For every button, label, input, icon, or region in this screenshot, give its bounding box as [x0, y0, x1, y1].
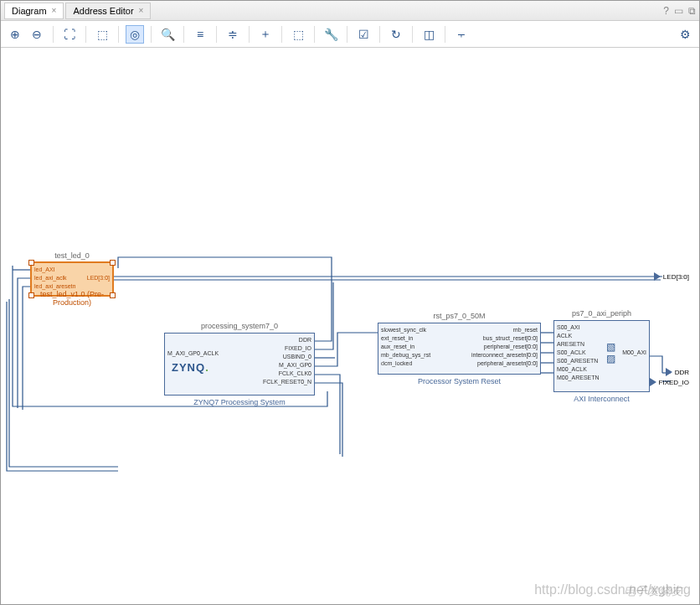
port: USBIND_0 — [260, 353, 314, 361]
restore-icon[interactable]: ⧉ — [688, 5, 696, 17]
group-icon[interactable]: ⬚ — [289, 25, 307, 44]
block-footer: Processor System Reset — [378, 377, 540, 385]
port: S00_ARESETN — [554, 357, 602, 365]
axi-graphic-icon: ▧▨ — [606, 341, 615, 365]
refresh-icon[interactable]: ↻ — [387, 25, 405, 44]
block-rst[interactable]: rst_ps7_0_50M slowest_sync_clk ext_reset… — [378, 323, 541, 375]
port: M_AXI_GP0 — [260, 361, 314, 370]
port-label: DDR — [675, 369, 689, 376]
block-axi[interactable]: ps7_0_axi_periph S00_AXI ACLK ARESETN S0… — [553, 320, 650, 392]
separator — [314, 26, 315, 43]
zoom-out-icon[interactable]: ⊖ — [28, 25, 46, 44]
port-label: LED[3:0] — [663, 273, 689, 281]
block-title: test_led_0 — [32, 251, 112, 260]
separator — [347, 26, 347, 43]
separator — [281, 26, 282, 43]
maximize-icon[interactable]: ▭ — [674, 5, 683, 17]
tab-diagram[interactable]: Diagram × — [4, 3, 64, 19]
port: slowest_sync_clk — [378, 326, 433, 334]
block-title: ps7_0_axi_periph — [554, 309, 649, 318]
separator — [412, 26, 413, 43]
port: ARESETN — [554, 340, 602, 349]
separator — [445, 26, 445, 43]
selection-handle[interactable] — [28, 292, 34, 298]
port: LED[3:0] — [85, 274, 112, 282]
port: bus_struct_reset[0:0] — [469, 334, 540, 343]
block-footer: ZYNQ7 Processing System — [165, 398, 314, 406]
tab-label: Diagram — [12, 6, 47, 16]
separator — [183, 26, 184, 43]
auto-fit-icon[interactable]: ◎ — [126, 25, 144, 44]
selection-handle[interactable] — [110, 260, 116, 266]
port: S00_ACLK — [554, 349, 602, 357]
ext-port-led[interactable]: LED[3:0] — [654, 272, 689, 281]
collapse-icon[interactable]: ≡ — [191, 25, 209, 44]
port: FIXED_IO — [260, 344, 314, 353]
separator — [379, 26, 380, 43]
port-icon — [654, 272, 661, 281]
port: peripheral_aresetn[0:0] — [469, 359, 540, 368]
block-title: rst_ps7_0_50M — [378, 312, 540, 320]
close-icon[interactable]: × — [52, 6, 57, 15]
separator — [151, 26, 152, 43]
zynq-logo: ZYNQ. — [172, 361, 221, 374]
tab-address-editor[interactable]: Address Editor × — [65, 3, 151, 19]
customize-icon[interactable]: 🔧 — [322, 25, 340, 44]
select-area-icon[interactable]: ⬚ — [93, 25, 111, 44]
selection-handle[interactable] — [28, 260, 34, 266]
port: FCLK_RESET0_N — [260, 378, 314, 386]
watermark-url: http://blog.csdn.net/xgbing — [534, 582, 691, 597]
ports: S00_AXI ACLK ARESETN S00_ACLK S00_ARESET… — [554, 321, 649, 385]
block-ps7[interactable]: processing_system7_0 M_AXI_GP0_ACLK ZYNQ… — [164, 333, 315, 396]
port: aux_reset_in — [378, 343, 433, 351]
port: S00_AXI — [554, 323, 602, 332]
port: interconnect_aresetn[0:0] — [469, 351, 540, 359]
toolbar: ⊕ ⊖ ⛶ ⬚ ◎ 🔍 ≡ ≑ ＋ ⬚ 🔧 ☑ ↻ ◫ ⫟ ⚙ — [1, 21, 699, 48]
ext-port-ddr[interactable]: DDR — [666, 368, 689, 376]
block-title: processing_system7_0 — [165, 322, 314, 330]
port: M_AXI_GP0_ACLK — [165, 349, 221, 358]
ports: led_AXI led_axi_aclk led_axi_aresetn LED… — [32, 263, 112, 293]
add-icon[interactable]: ＋ — [256, 25, 275, 44]
close-icon[interactable]: × — [139, 6, 144, 15]
zoom-fit-icon[interactable]: ⛶ — [60, 25, 79, 44]
selection-handle[interactable] — [110, 292, 116, 298]
canvas[interactable]: test_led_0 led_AXI led_axi_aclk led_axi_… — [1, 48, 699, 604]
port-icon — [650, 378, 656, 386]
port: ext_reset_in — [378, 334, 433, 343]
port: M00_ARESETN — [554, 374, 602, 382]
separator — [249, 26, 250, 43]
port: peripheral_reset[0:0] — [469, 343, 540, 351]
port-label: FIXED_IO — [659, 379, 689, 386]
port: led_AXI — [32, 266, 78, 274]
search-icon[interactable]: 🔍 — [158, 25, 177, 44]
separator — [118, 26, 119, 43]
save-icon[interactable]: ◫ — [419, 25, 438, 44]
port: M00_ACLK — [554, 365, 602, 374]
zoom-in-icon[interactable]: ⊕ — [6, 25, 24, 44]
port: dcm_locked — [378, 359, 433, 368]
ports: slowest_sync_clk ext_reset_in aux_reset_… — [378, 323, 540, 370]
expand-icon[interactable]: ≑ — [224, 25, 242, 44]
separator — [216, 26, 217, 43]
validate-icon[interactable]: ☑ — [354, 25, 373, 44]
port: DDR — [260, 336, 314, 344]
ext-port-fixed-io[interactable]: FIXED_IO — [650, 378, 689, 386]
port-icon — [666, 368, 672, 376]
separator — [53, 26, 54, 43]
ports: M_AXI_GP0_ACLK ZYNQ. DDR FIXED_IO USBIND… — [165, 334, 314, 389]
port: mb_reset — [469, 326, 540, 334]
help-icon[interactable]: ? — [663, 5, 669, 17]
block-footer: test_led_v1.0 (Pre-Production) — [32, 290, 112, 307]
port: FCLK_CLK0 — [260, 370, 314, 378]
block-footer: AXI Interconnect — [554, 395, 649, 403]
settings-icon[interactable]: ⚙ — [676, 25, 694, 44]
pin-icon[interactable]: ⫟ — [452, 25, 471, 44]
tab-label: Address Editor — [73, 6, 133, 16]
block-test-led[interactable]: test_led_0 led_AXI led_axi_aclk led_axi_… — [30, 261, 114, 297]
port: led_axi_aclk — [32, 274, 78, 282]
port: ACLK — [554, 332, 602, 340]
tab-tools: ? ▭ ⧉ — [663, 5, 696, 17]
tab-bar: Diagram × Address Editor × ? ▭ ⧉ — [1, 1, 699, 21]
port: M00_AXI — [620, 349, 649, 357]
